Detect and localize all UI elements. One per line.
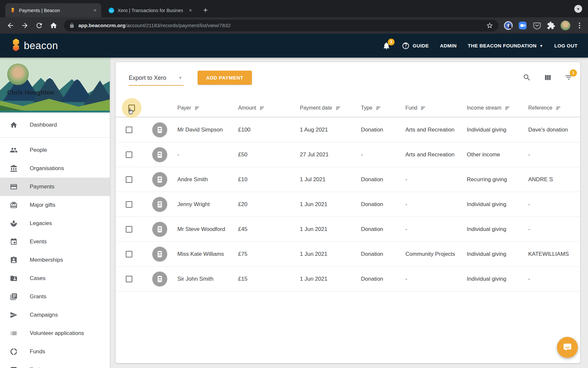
bookmark-star-icon[interactable]: [486, 22, 493, 29]
video-call-extension-icon[interactable]: [518, 21, 527, 30]
sidebar-item-events[interactable]: Events: [0, 233, 110, 251]
row-checkbox[interactable]: [126, 226, 132, 233]
tab-search-icon[interactable]: ▼: [574, 5, 582, 13]
cell-fund: -: [405, 201, 467, 208]
column-header-amount[interactable]: Amount: [238, 105, 300, 111]
table-row[interactable]: Miss Kate Williams £75 1 Jun 2021 Donati…: [116, 242, 580, 267]
cell-income-stream: Recurring giving: [467, 176, 528, 183]
row-checkbox[interactable]: [126, 276, 132, 282]
sidebar-item-funds[interactable]: Funds: [0, 342, 110, 361]
reload-icon[interactable]: [35, 22, 43, 29]
password-manager-extension-icon[interactable]: [504, 21, 513, 30]
payment-record-icon[interactable]: [152, 172, 167, 187]
logout-button[interactable]: LOG OUT: [554, 43, 578, 48]
column-header-payment-date[interactable]: Payment date: [300, 105, 361, 111]
column-header-income-stream[interactable]: Income stream: [467, 105, 528, 111]
forward-icon[interactable]: [21, 22, 29, 29]
home-icon[interactable]: [50, 22, 57, 29]
url-bar[interactable]: app.beaconcrm.org/account/21183/records/…: [64, 20, 498, 31]
columns-icon[interactable]: [544, 73, 552, 82]
sidebar-item-organisations[interactable]: Organisations: [0, 159, 110, 178]
column-header-label: Type: [361, 105, 372, 111]
table-row[interactable]: - £50 27 Jul 2021 - Arts and Recreation …: [116, 142, 580, 167]
cell-type: Donation: [361, 201, 405, 208]
table-row[interactable]: Jenny Wright £20 1 Jun 2021 Donation - I…: [116, 192, 580, 217]
account-menu-button[interactable]: THE BEACON FOUNDATION ▼: [468, 43, 543, 48]
profile-banner[interactable]: Chris Houghton: [0, 58, 110, 113]
column-header-reference[interactable]: Reference: [528, 105, 580, 111]
add-payment-button[interactable]: ADD PAYMENT: [198, 71, 252, 85]
pocket-extension-icon[interactable]: [532, 21, 542, 30]
notifications-button[interactable]: 3: [382, 42, 391, 50]
chat-launcher-button[interactable]: [557, 337, 578, 358]
sidebar-item-campaigns[interactable]: Campaigns: [0, 306, 110, 324]
export-select[interactable]: Export to Xero ▼: [129, 71, 184, 86]
row-checkbox[interactable]: [126, 201, 132, 208]
browser-menu-kebab-icon[interactable]: [576, 22, 583, 29]
sidebar-divider: [0, 137, 110, 138]
table-row[interactable]: Sir John Smith £15 1 Jun 2021 Donation -…: [116, 267, 580, 291]
column-header-type[interactable]: Type: [361, 105, 405, 111]
sidebar-item-label: Payments: [30, 184, 55, 190]
select-all-checkbox[interactable]: [122, 98, 141, 118]
new-tab-button[interactable]: +: [203, 6, 208, 15]
tab-close-icon[interactable]: ×: [184, 7, 192, 14]
memberships-icon: [10, 256, 18, 264]
payment-record-icon[interactable]: [152, 247, 167, 262]
payment-record-icon[interactable]: [152, 272, 167, 287]
cell-payer: Miss Kate Williams: [177, 251, 238, 257]
extensions-puzzle-icon[interactable]: [547, 21, 555, 30]
cell-payment-date: 1 Jun 2021: [300, 276, 361, 282]
payment-record-icon[interactable]: [152, 197, 167, 212]
people-icon: [10, 146, 18, 154]
cell-reference: -: [528, 151, 580, 158]
row-checkbox[interactable]: [126, 151, 132, 158]
browser-tab[interactable]: xero Xero | Transactions for Busines ×: [104, 3, 197, 17]
filter-button[interactable]: 1: [564, 73, 573, 82]
payment-record-icon[interactable]: [152, 122, 167, 137]
tab-close-icon[interactable]: ×: [89, 7, 97, 14]
back-icon[interactable]: [7, 22, 14, 29]
payment-record-icon[interactable]: [152, 147, 167, 162]
sidebar-item-tasks[interactable]: Tasks: [0, 361, 110, 368]
browser-profile-avatar[interactable]: [561, 21, 570, 30]
row-checkbox[interactable]: [126, 251, 132, 257]
row-checkbox[interactable]: [126, 176, 132, 183]
sidebar-item-cases[interactable]: Cases: [0, 269, 110, 288]
column-header-label: Fund: [405, 105, 417, 111]
guide-button[interactable]: GUIDE: [402, 42, 429, 50]
browser-tab[interactable]: Payments | Beacon ×: [5, 3, 101, 17]
cell-reference: KATEWILLIAMS: [528, 251, 580, 257]
app-header: beacon 3 GUIDE ADMIN THE BEACON FOUNDATI…: [0, 34, 588, 58]
cell-fund: -: [405, 226, 467, 233]
column-header-payer[interactable]: Payer: [177, 105, 238, 111]
url-path: /account/21183/records/payment/list/view…: [125, 23, 231, 28]
table-row[interactable]: Mr David Simpson £100 1 Aug 2021 Donatio…: [116, 117, 580, 142]
sidebar: Chris Houghton Dashboard People Organisa…: [0, 58, 110, 368]
search-icon[interactable]: [523, 73, 531, 82]
sidebar-item-dashboard[interactable]: Dashboard: [0, 116, 110, 134]
sidebar-item-people[interactable]: People: [0, 141, 110, 159]
payment-record-icon[interactable]: [152, 222, 167, 237]
beacon-logo[interactable]: beacon: [11, 38, 58, 54]
column-header-label: Reference: [528, 105, 552, 111]
sidebar-item-volunteer-applications[interactable]: Volunteer applications: [0, 324, 110, 342]
url-host: app.beaconcrm.org: [78, 23, 125, 28]
column-header-fund[interactable]: Fund: [405, 105, 467, 111]
cell-payment-date: 1 Jun 2021: [300, 251, 361, 257]
user-avatar[interactable]: [7, 63, 29, 85]
sidebar-item-grants[interactable]: Grants: [0, 288, 110, 306]
table-row[interactable]: Mr Steve Woodford £45 1 Jun 2021 Donatio…: [116, 217, 580, 242]
sidebar-item-legacies[interactable]: Legacies: [0, 214, 110, 233]
table-row[interactable]: Andre Smith £10 1 Jul 2021 Donation - Re…: [116, 167, 580, 192]
row-checkbox[interactable]: [126, 127, 132, 133]
cell-income-stream: Individual giving: [467, 251, 528, 257]
sort-icon: [259, 105, 265, 111]
sidebar-item-major-gifts[interactable]: Major gifts: [0, 196, 110, 214]
sidebar-item-payments[interactable]: Payments: [0, 178, 110, 196]
beacon-favicon-icon: [10, 8, 16, 13]
payments-card: Export to Xero ▼ ADD PAYMENT 1: [116, 62, 580, 363]
sidebar-item-memberships[interactable]: Memberships: [0, 251, 110, 269]
help-icon: [402, 42, 410, 50]
admin-button[interactable]: ADMIN: [440, 43, 457, 48]
